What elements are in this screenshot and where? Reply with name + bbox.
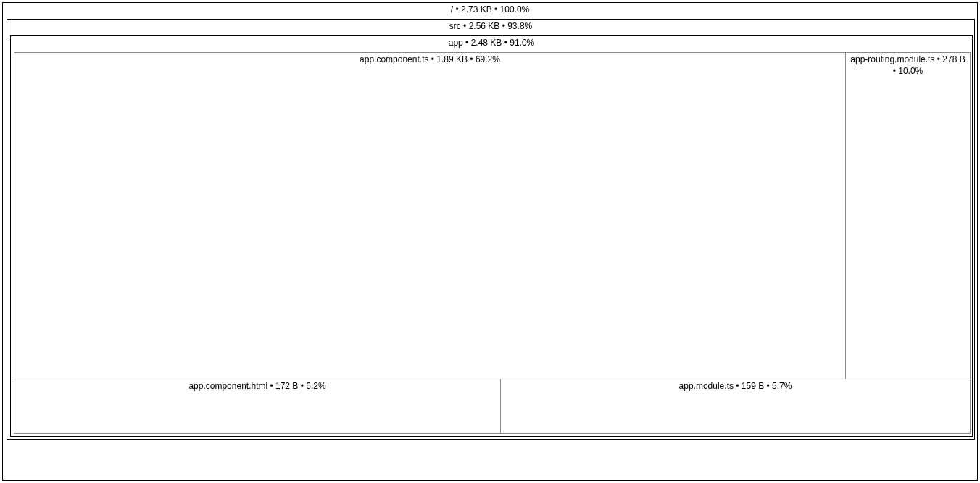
treemap-label-app-routing: app-routing.module.ts • 278 B • 10.0% — [846, 53, 970, 78]
treemap-row-top: app.component.ts • 1.89 KB • 69.2% app-r… — [14, 52, 971, 379]
treemap-label-app-module: app.module.ts • 159 B • 5.7% — [501, 379, 970, 394]
treemap-node-app-routing-module-ts[interactable]: app-routing.module.ts • 278 B • 10.0% — [846, 52, 971, 379]
treemap-label-app: app • 2.48 KB • 91.0% — [11, 36, 972, 51]
treemap-node-root[interactable]: / • 2.73 KB • 100.0% src • 2.56 KB • 93.… — [2, 2, 978, 481]
treemap-node-app-component-ts[interactable]: app.component.ts • 1.89 KB • 69.2% — [14, 52, 846, 379]
treemap-node-src[interactable]: src • 2.56 KB • 93.8% app • 2.48 KB • 91… — [7, 19, 975, 440]
treemap-node-app-children: app.component.ts • 1.89 KB • 69.2% app-r… — [14, 52, 971, 434]
treemap-label-app-component-ts: app.component.ts • 1.89 KB • 69.2% — [14, 53, 845, 67]
treemap-node-app-component-html[interactable]: app.component.html • 172 B • 6.2% — [14, 379, 501, 434]
treemap-label-src: src • 2.56 KB • 93.8% — [7, 20, 974, 34]
treemap-row-bottom: app.component.html • 172 B • 6.2% app.mo… — [14, 379, 971, 434]
treemap-node-app-module-ts[interactable]: app.module.ts • 159 B • 5.7% — [501, 379, 971, 434]
treemap-label-root: / • 2.73 KB • 100.0% — [3, 3, 977, 17]
treemap-label-app-component-html: app.component.html • 172 B • 6.2% — [14, 379, 500, 394]
treemap-node-app[interactable]: app • 2.48 KB • 91.0% app.component.ts •… — [10, 35, 973, 437]
